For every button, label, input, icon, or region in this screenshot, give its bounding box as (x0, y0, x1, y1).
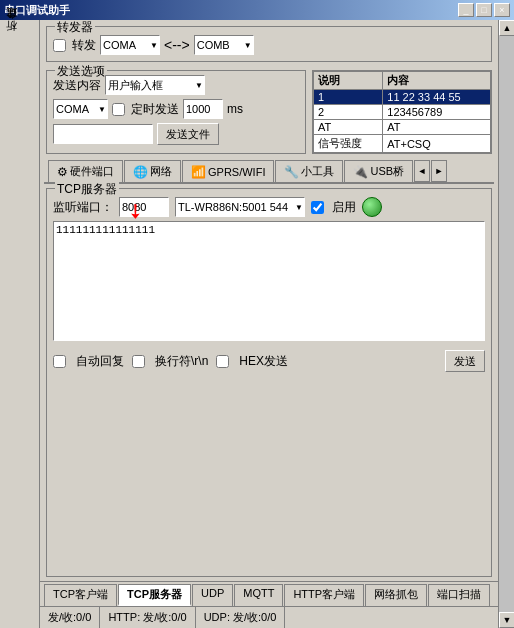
forwarder-target-select[interactable]: COMB (194, 35, 254, 55)
forwarder-group: 转发器 转发 COMA <--> COMB (46, 26, 492, 62)
minimize-button[interactable]: _ (458, 3, 474, 17)
newline-label: 换行符\r\n (155, 353, 208, 370)
status-indicator (362, 197, 382, 217)
forwarder-title: 转发器 (55, 20, 95, 36)
hardware-icon: ⚙ (57, 165, 68, 179)
hex-label: HEX发送 (239, 353, 288, 370)
port-select-wrapper: COMA (53, 99, 108, 119)
right-scrollbar: ▲ ▼ (498, 20, 514, 628)
main-area: 转发器 转发 COMA <--> COMB (40, 20, 498, 628)
forwarder-arrow: <--> (164, 37, 190, 53)
status-http: HTTP: 发/收:0/0 (100, 607, 195, 628)
timer-unit: ms (227, 102, 243, 116)
send-left-group: 发送选项 发送内容 用户输入框 COMA (46, 70, 306, 154)
row-content: AT (383, 120, 491, 135)
tab-hardware[interactable]: ⚙ 硬件端口 (48, 160, 123, 182)
main-window: 建盘 析 转发器 转发 COMA <--> COMB (0, 20, 514, 628)
content-col-header: 内容 (383, 72, 491, 90)
status-bar: 发/收:0/0 HTTP: 发/收:0/0 UDP: 发/收:0/0 (40, 606, 498, 628)
forwarder-row: 转发 COMA <--> COMB (53, 31, 485, 57)
file-row: 发送文件 (53, 123, 299, 145)
bottom-tab-mqtt[interactable]: MQTT (234, 584, 283, 606)
tab-usb-label: USB桥 (370, 164, 404, 179)
bottom-tab-tcp-client[interactable]: TCP客户端 (44, 584, 117, 606)
left-sidebar: 建盘 析 (0, 20, 40, 628)
tcp-options-row: 自动回复 换行符\r\n HEX发送 发送 (53, 350, 485, 372)
tab-network[interactable]: 🌐 网络 (124, 160, 181, 182)
row-id: AT (314, 120, 383, 135)
port-timer-row: COMA 定时发送 ms (53, 99, 299, 119)
table-row: 2 123456789 (314, 105, 491, 120)
tcp-text-area[interactable]: 111111111111111 (53, 221, 485, 341)
auto-reply-label: 自动回复 (76, 353, 124, 370)
desc-col-header: 说明 (314, 72, 383, 90)
bottom-tab-packet[interactable]: 网络抓包 (365, 584, 427, 606)
tab-scroll-right[interactable]: ► (431, 160, 447, 182)
network-icon: 🌐 (133, 165, 148, 179)
bottom-tab-http[interactable]: HTTP客户端 (284, 584, 364, 606)
forwarder-source-wrapper: COMA (100, 35, 160, 55)
status-serial: 发/收:0/0 (40, 607, 100, 628)
forwarder-source-select[interactable]: COMA (100, 35, 160, 55)
tab-usb[interactable]: 🔌 USB桥 (344, 160, 413, 182)
timer-checkbox[interactable] (112, 103, 125, 116)
gprs-icon: 📶 (191, 165, 206, 179)
sidebar-item-keyboard[interactable]: 建盘 (2, 24, 37, 32)
timer-label: 定时发送 (131, 101, 179, 118)
content-select-wrapper: 用户输入框 (105, 75, 205, 95)
tcp-server-section: TCP服务器 ➘ 监听端口： TL-WR886N:5001 544108 启用 … (46, 188, 492, 577)
scroll-up-button[interactable]: ▲ (499, 20, 514, 36)
row-content: 123456789 (383, 105, 491, 120)
device-select-wrapper: TL-WR886N:5001 544108 (175, 197, 305, 217)
table-row: 信号强度 AT+CSQ (314, 135, 491, 153)
status-udp: UDP: 发/收:0/0 (196, 607, 286, 628)
scroll-down-button[interactable]: ▼ (499, 612, 514, 628)
row-id: 信号强度 (314, 135, 383, 153)
sidebar-item-analyze[interactable]: 析 (2, 36, 37, 44)
usb-icon: 🔌 (353, 165, 368, 179)
close-button[interactable]: × (494, 3, 510, 17)
description-group: 说明 内容 1 11 22 33 44 55 2 123456789 (312, 70, 492, 154)
tab-tools[interactable]: 🔧 小工具 (275, 160, 343, 182)
row-content: AT+CSQ (383, 135, 491, 153)
bottom-tab-udp[interactable]: UDP (192, 584, 233, 606)
row-id: 1 (314, 90, 383, 105)
row-content: 11 22 33 44 55 (383, 90, 491, 105)
maximize-button[interactable]: □ (476, 3, 492, 17)
tab-hardware-label: 硬件端口 (70, 164, 114, 179)
port-select[interactable]: COMA (53, 99, 108, 119)
scroll-track[interactable] (499, 36, 514, 612)
enable-checkbox[interactable] (311, 201, 324, 214)
row-id: 2 (314, 105, 383, 120)
tools-icon: 🔧 (284, 165, 299, 179)
table-row: AT AT (314, 120, 491, 135)
bottom-tab-bar: TCP客户端 TCP服务器 UDP MQTT HTTP客户端 网络抓包 端口扫描 (40, 581, 498, 606)
window-title: 串口调试助手 (4, 3, 70, 18)
forwarder-label: 转发 (72, 37, 96, 54)
tab-gprs-label: GPRS/WIFI (208, 166, 265, 178)
auto-reply-checkbox[interactable] (53, 355, 66, 368)
send-options-title: 发送选项 (55, 63, 107, 80)
tab-scroll-left[interactable]: ◄ (414, 160, 430, 182)
bottom-tab-scan[interactable]: 端口扫描 (428, 584, 490, 606)
tab-gprs[interactable]: 📶 GPRS/WIFI (182, 160, 274, 182)
send-file-button[interactable]: 发送文件 (157, 123, 219, 145)
window-controls: _ □ × (458, 3, 510, 17)
forwarder-checkbox[interactable] (53, 39, 66, 52)
device-select[interactable]: TL-WR886N:5001 544108 (175, 197, 305, 217)
timer-input[interactable] (183, 99, 223, 119)
port-input[interactable] (119, 197, 169, 217)
content-select[interactable]: 用户输入框 (105, 75, 205, 95)
tcp-title: TCP服务器 (55, 181, 119, 198)
file-input[interactable] (53, 124, 153, 144)
send-options-section: 发送选项 发送内容 用户输入框 COMA (46, 70, 492, 154)
newline-checkbox[interactable] (132, 355, 145, 368)
hex-checkbox[interactable] (216, 355, 229, 368)
tab-tools-label: 小工具 (301, 164, 334, 179)
port-label: 监听端口： (53, 199, 113, 216)
tab-network-label: 网络 (150, 164, 172, 179)
send-button[interactable]: 发送 (445, 350, 485, 372)
title-bar: 串口调试助手 _ □ × (0, 0, 514, 20)
table-row: 1 11 22 33 44 55 (314, 90, 491, 105)
bottom-tab-tcp-server[interactable]: TCP服务器 (118, 584, 191, 606)
